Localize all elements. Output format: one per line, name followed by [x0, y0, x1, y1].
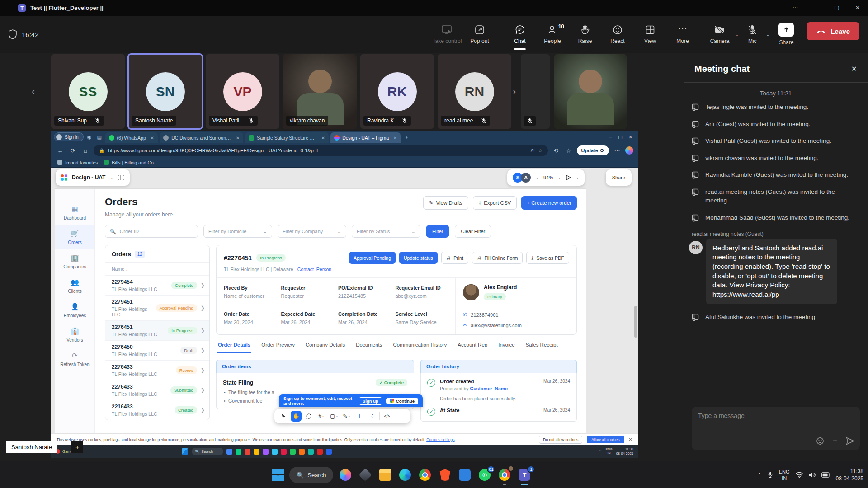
collaborator-avatar[interactable]: A [521, 173, 531, 183]
export-csv-button[interactable]: ⤓Export CSV [473, 196, 517, 210]
titlebar-more-icon[interactable]: ⋯ [785, 0, 806, 16]
text-tool-icon[interactable]: T [354, 411, 365, 422]
url-field[interactable]: 🔒 https://www.figma.com/design/9BKQ0FOHR… [94, 145, 548, 156]
start-button-icon[interactable] [271, 468, 285, 482]
close-icon[interactable]: ✕ [847, 0, 868, 16]
browser-profile-button[interactable]: Sign in [54, 132, 84, 141]
browser-menu-icon[interactable]: ⋯ [613, 147, 622, 154]
camera-button[interactable]: Camera [707, 24, 733, 44]
read-aloud-icon[interactable]: A⁾ [530, 148, 534, 153]
view-drafts-button[interactable]: ✎View Drafts [423, 196, 468, 210]
view-button[interactable]: View [634, 24, 666, 44]
language-indicator[interactable]: ENGIN [779, 469, 790, 482]
copilot-icon[interactable] [625, 146, 633, 155]
mic-button[interactable]: Mic [741, 24, 764, 44]
favorites-bar-icon[interactable]: ☆ [564, 147, 573, 154]
inner-language-indicator[interactable]: ENGIN [605, 448, 612, 455]
allow-cookies-button[interactable]: Allow all cookies [587, 436, 624, 443]
update-browser-button[interactable]: Update ⟳ [577, 145, 609, 155]
pen-tool-icon[interactable]: ✎⌄ [341, 411, 352, 422]
hand-tool-icon[interactable]: ✋ [291, 411, 302, 422]
avatars-chevron-icon[interactable]: ⌄ [535, 175, 539, 180]
approval-pending-button[interactable]: Approval Pending [349, 252, 396, 264]
wifi-icon[interactable] [795, 472, 803, 478]
inner-app-icon[interactable] [326, 449, 332, 455]
leave-button[interactable]: Leave [807, 22, 859, 40]
filter-domicile-select[interactable]: Filter by Domicile⌄ [203, 225, 272, 238]
people-button[interactable]: 10 People [536, 24, 569, 44]
inner-clock[interactable]: 11:3808-04-2025 [616, 447, 633, 456]
sidebar-item-dashboard[interactable]: ▦ Dashboard [55, 201, 94, 225]
participant-tile-active-speaker[interactable]: SN Santosh Narate [128, 54, 202, 129]
pop-out-button[interactable]: Pop out [463, 24, 496, 44]
browser-tab[interactable]: Sample Salary Structure with calc✕ [245, 132, 329, 143]
inner-app-icon[interactable] [272, 449, 278, 455]
google-continue-button[interactable]: Continue [386, 398, 418, 404]
inner-search-box[interactable]: 🔍 Search [192, 448, 223, 455]
bookmark-bills-billing[interactable]: Bills | Billing and Co... [104, 160, 157, 165]
filter-button[interactable]: Filter [426, 225, 449, 238]
taskbar-clock[interactable]: 11:3808-04-2025 [836, 468, 863, 482]
participant-tile-video[interactable] [554, 54, 627, 129]
save-as-pdf-button[interactable]: ⤓Save as PDF [526, 252, 569, 264]
speaker-icon[interactable] [809, 472, 816, 478]
order-list-row[interactable]: 2276433TL Flex Holdings LLC Review❯ [105, 360, 209, 380]
tab-company-details[interactable]: Company Details [305, 342, 346, 353]
browser-essentials-icon[interactable]: ⟲ [552, 147, 561, 154]
contact-phone[interactable]: 2123874901 [471, 312, 498, 318]
fill-online-form-button[interactable]: 🖨Fill Online Form [472, 252, 523, 264]
order-id-search-input[interactable]: 🔍 Order ID [105, 225, 198, 238]
inner-app-icon[interactable] [317, 449, 323, 455]
tab-close-icon[interactable]: ✕ [321, 136, 325, 141]
tab-order-preview[interactable]: Order Preview [260, 342, 296, 353]
shape-tool-icon[interactable]: ▢⌄ [329, 411, 340, 422]
order-list-row[interactable]: 2279451TL Flex Holdings LLC Approval Pen… [105, 295, 209, 320]
clear-filter-button[interactable]: Clear Filter [455, 225, 491, 238]
order-list-row[interactable]: 2216433TL Flex Holdings LLC Created❯ [105, 400, 209, 420]
strip-prev-icon[interactable]: ‹ [32, 86, 35, 98]
update-status-button[interactable]: Update status [399, 252, 438, 264]
order-list-row[interactable]: 2279454TL Flex Holdings LLC Complete❯ [105, 275, 209, 295]
deny-cookies-button[interactable]: Do not allow cookies [539, 436, 582, 444]
bookmark-import-favorites[interactable]: Import favorites [57, 160, 98, 165]
inner-app-icon[interactable] [290, 449, 296, 455]
chat-close-icon[interactable]: ✕ [851, 65, 857, 73]
sidebar-item-refresh-token[interactable]: ⟳ Refresh Token [55, 347, 94, 371]
strip-next-icon[interactable]: › [513, 86, 516, 98]
tab-sales-receipt[interactable]: Sales Receipt [525, 342, 559, 353]
order-list-row[interactable]: 2276450TL Flex Holdings LLC Draft❯ [105, 340, 209, 360]
participant-tile[interactable]: RN read.ai mee... [438, 54, 511, 129]
taskbar-brave-icon[interactable] [437, 467, 453, 483]
sidebar-item-orders[interactable]: 🛒 Orders [55, 225, 94, 249]
doc-chevron-icon[interactable]: ⌄ [110, 175, 113, 180]
inner-app-icon[interactable] [299, 449, 305, 455]
tab-actions-icon[interactable]: ▤ [95, 134, 104, 140]
filter-company-select[interactable]: Filter by Company⌄ [278, 225, 346, 238]
present-icon[interactable] [566, 175, 571, 180]
tab-invoice[interactable]: Invoice [497, 342, 515, 353]
workspaces-icon[interactable]: ◉ [85, 134, 94, 140]
inner-app-icon[interactable] [308, 449, 314, 455]
inner-tray-chevron-icon[interactable]: ⌃ [599, 449, 602, 454]
frame-tool-icon[interactable]: #⌄ [316, 411, 327, 422]
refresh-icon[interactable]: ⟳ [68, 147, 77, 154]
name-column-header[interactable]: Name ↓ [105, 263, 209, 275]
layout-panel-icon[interactable] [118, 175, 124, 180]
dev-mode-toggle-icon[interactable]: </> [382, 411, 392, 422]
minimize-icon[interactable]: ─ [806, 0, 826, 16]
tab-documents[interactable]: Documents [355, 342, 383, 353]
inner-app-icon[interactable] [245, 449, 250, 455]
taskbar-app-icon[interactable] [358, 467, 373, 483]
taskbar-teams-icon[interactable]: T 1 [517, 467, 532, 483]
tab-close-icon[interactable]: ✕ [393, 136, 397, 141]
browser-maximize-icon[interactable]: ▢ [618, 135, 622, 140]
participant-tile[interactable]: SS Shivani Sup... [51, 54, 125, 129]
taskbar-chrome-profile-icon[interactable] [497, 467, 512, 483]
tab-close-icon[interactable]: ✕ [151, 136, 154, 141]
cookie-close-icon[interactable]: ✕ [629, 437, 632, 442]
react-button[interactable]: React [601, 24, 634, 44]
actions-tool-icon[interactable]: ⁘ [367, 411, 377, 422]
browser-tab[interactable]: (6) WhatsApp✕ [105, 132, 158, 143]
send-icon[interactable] [846, 437, 854, 445]
presenter-expand-button[interactable]: ＋ [71, 441, 83, 453]
